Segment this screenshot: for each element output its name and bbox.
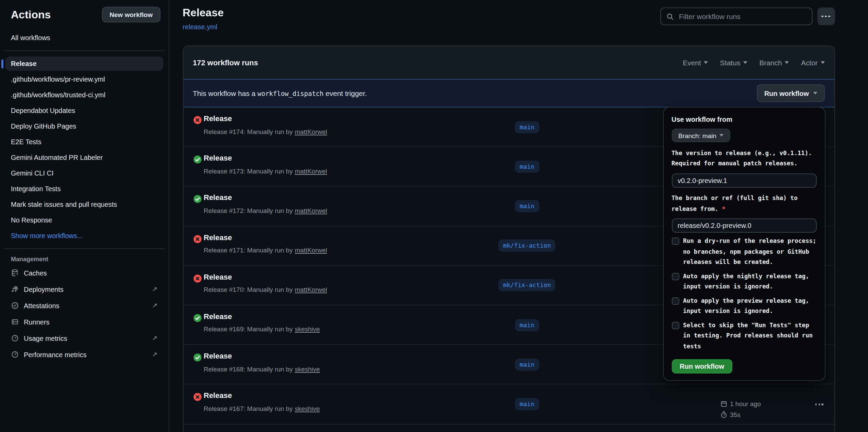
- checkbox-row: Auto apply the nightly release tag, inpu…: [671, 271, 816, 292]
- branch-badge[interactable]: main: [515, 319, 539, 331]
- filter-dropdown-branch[interactable]: Branch: [759, 59, 789, 67]
- page: Actions New workflow All workflows Relea…: [0, 0, 868, 432]
- sidebar-item-workflow[interactable]: Mark stale issues and pull requests: [5, 197, 163, 212]
- chevron-down-icon: [720, 134, 724, 137]
- filter-runs-searchbox[interactable]: [660, 7, 812, 25]
- branch-badge[interactable]: main: [515, 358, 539, 370]
- chevron-down-icon: [813, 92, 817, 95]
- run-description: Release #169: Manually run byskeshive: [204, 326, 320, 333]
- actor-link[interactable]: mattKorwel: [295, 286, 327, 294]
- branch-selector-button[interactable]: Branch: main: [671, 129, 731, 142]
- run-title-link[interactable]: Release: [204, 312, 232, 320]
- run-title-link[interactable]: Release: [204, 194, 232, 202]
- sidebar-item-management[interactable]: Deployments↗: [5, 282, 163, 297]
- sidebar-item-label: Attestations: [24, 302, 59, 309]
- actor-link[interactable]: mattKorwel: [295, 128, 327, 135]
- checkbox-row: Select to skip the "Run Tests" step in t…: [671, 320, 816, 352]
- field-description: The branch or ref (full git sha) to rele…: [671, 193, 816, 214]
- management-list: CachesDeployments↗Attestations↗RunnersUs…: [5, 265, 163, 362]
- field-input[interactable]: [671, 218, 816, 233]
- branch-badge[interactable]: main: [515, 398, 539, 410]
- checkbox[interactable]: [671, 237, 679, 245]
- run-description: Release #172: Manually run bymattKorwel: [204, 207, 327, 214]
- sidebar-item-workflow[interactable]: Gemini Automated PR Labeler: [5, 150, 163, 165]
- run-title-link[interactable]: Release: [204, 392, 232, 400]
- main-header: Release release.yml: [170, 0, 868, 32]
- filter-dropdown-event[interactable]: Event: [683, 59, 708, 67]
- sidebar-item-management[interactable]: Attestations↗: [5, 298, 163, 313]
- run-title-link[interactable]: Release: [204, 273, 232, 281]
- sidebar-item-workflow[interactable]: Release: [5, 56, 163, 71]
- run-description: Release #171: Manually run bymattKorwel: [204, 246, 327, 254]
- calendar-icon: [720, 400, 727, 408]
- sidebar-divider: [4, 248, 164, 249]
- sidebar-item-workflow[interactable]: E2E Tests: [5, 135, 163, 149]
- sidebar-item-management[interactable]: Usage metrics↗: [5, 331, 163, 346]
- server-icon: [11, 318, 19, 326]
- branch-badge[interactable]: main: [515, 161, 539, 173]
- branch-badge[interactable]: mk/fix-action: [498, 279, 556, 292]
- row-kebab-button[interactable]: [815, 404, 823, 405]
- branch-badge[interactable]: main: [515, 200, 539, 212]
- database-icon: [11, 269, 19, 277]
- sidebar-title: Actions: [11, 9, 51, 21]
- checkbox[interactable]: [671, 297, 679, 304]
- actor-link[interactable]: mattKorwel: [295, 246, 327, 254]
- failure-icon: [193, 234, 202, 243]
- checkbox[interactable]: [671, 272, 679, 280]
- sidebar-item-all-workflows[interactable]: All workflows: [5, 31, 163, 45]
- sidebar-item-workflow[interactable]: No Response: [5, 213, 163, 227]
- run-title-link[interactable]: Release: [204, 154, 232, 162]
- checkbox[interactable]: [671, 321, 679, 329]
- sidebar-item-workflow[interactable]: .github/workflows/pr-review.yml: [5, 72, 163, 86]
- panel-fields: The version to release (e.g., v0.1.11). …: [671, 148, 816, 233]
- run-description: Release #167: Manually run byskeshive: [204, 405, 320, 412]
- new-workflow-button[interactable]: New workflow: [102, 7, 160, 22]
- list-header: 172 workflow runs EventStatusBranchActor: [183, 46, 834, 79]
- branch-badge[interactable]: main: [515, 121, 539, 133]
- actor-link[interactable]: skeshive: [295, 405, 320, 412]
- actor-link[interactable]: mattKorwel: [295, 207, 327, 214]
- checkbox-label: Run a dry-run of the release process; no…: [683, 236, 816, 268]
- workflow-file-link[interactable]: release.yml: [183, 23, 217, 31]
- sidebar-item-workflow[interactable]: Dependabot Updates: [5, 103, 163, 118]
- chevron-down-icon: [743, 61, 747, 64]
- actor-link[interactable]: skeshive: [295, 326, 320, 333]
- run-count: 172 workflow runs: [193, 59, 258, 67]
- chevron-down-icon: [785, 61, 789, 64]
- sidebar-item-workflow[interactable]: .github/workflows/trusted-ci.yml: [5, 88, 163, 102]
- workflow-dispatch-code: workflow_dispatch: [257, 90, 323, 97]
- sidebar-item-workflow[interactable]: Show more workflows...: [5, 229, 163, 243]
- external-link-icon: ↗: [152, 302, 157, 309]
- header-kebab-button[interactable]: [817, 7, 835, 25]
- actor-link[interactable]: skeshive: [295, 365, 320, 372]
- sidebar-item-workflow[interactable]: Integration Tests: [5, 182, 163, 196]
- management-section-label: Management: [11, 256, 157, 263]
- run-title-link[interactable]: Release: [204, 233, 232, 241]
- gauge-icon: [11, 350, 19, 359]
- workflow-run-row[interactable]: Release Release #167: Manually run byske…: [183, 385, 834, 424]
- run-title-link[interactable]: Release: [204, 114, 232, 122]
- branch-badge[interactable]: mk/fix-action: [498, 239, 556, 252]
- search-input[interactable]: [678, 12, 806, 21]
- page-title: Release: [183, 6, 224, 20]
- filter-dropdown-actor[interactable]: Actor: [801, 59, 824, 67]
- sidebar-item-label: Usage metrics: [24, 334, 67, 342]
- field-input[interactable]: [671, 173, 816, 187]
- run-title-link[interactable]: Release: [204, 352, 232, 360]
- run-description: Release #170: Manually run bymattKorwel: [204, 286, 327, 294]
- sidebar-item-management[interactable]: Runners: [5, 314, 163, 329]
- workflow-list: Release.github/workflows/pr-review.yml.g…: [5, 56, 163, 243]
- sidebar-item-workflow[interactable]: Gemini CLI CI: [5, 166, 163, 180]
- sidebar-item-management[interactable]: Performance metrics↗: [5, 347, 163, 362]
- verified-icon: [11, 301, 19, 310]
- sidebar-item-workflow[interactable]: Deploy GitHub Pages: [5, 119, 163, 133]
- actor-link[interactable]: mattKorwel: [295, 167, 327, 175]
- run-workflow-dropdown-button[interactable]: Run workflow: [757, 84, 824, 102]
- checkbox-row: Auto apply the preview release tag, inpu…: [671, 296, 816, 317]
- stopwatch-icon: [720, 411, 727, 419]
- run-workflow-submit-button[interactable]: Run workflow: [671, 359, 732, 373]
- sidebar-item-management[interactable]: Caches: [5, 265, 163, 280]
- filter-dropdown-status[interactable]: Status: [720, 59, 747, 67]
- sidebar-item-label: Performance metrics: [24, 351, 87, 358]
